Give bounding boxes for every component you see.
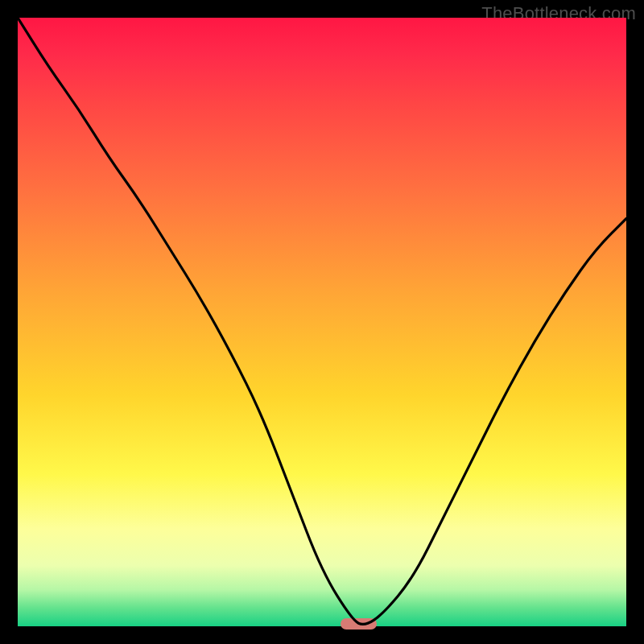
chart-frame: TheBottleneck.com bbox=[0, 0, 644, 644]
plot-area bbox=[18, 18, 626, 626]
bottleneck-curve bbox=[18, 18, 626, 626]
